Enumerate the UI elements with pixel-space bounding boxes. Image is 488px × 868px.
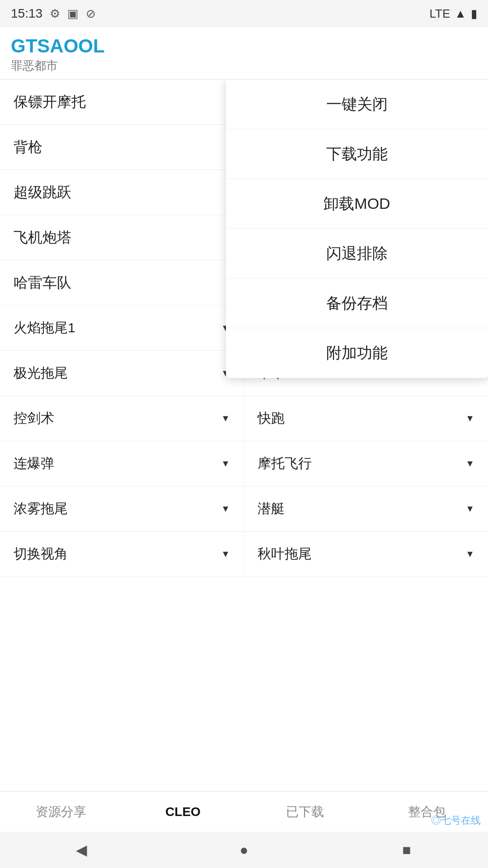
menu-item-one-click-close[interactable]: 一键关闭 — [226, 80, 488, 129]
two-col-item[interactable]: 火焰拖尾1 ▼ — [0, 306, 244, 351]
menu-label-addon-func: 附加功能 — [326, 343, 388, 363]
tab-label-resources: 资源分享 — [36, 803, 86, 821]
item-label-plane-turret: 飞机炮塔 — [14, 228, 71, 248]
arrow-icon: ▼ — [221, 413, 230, 424]
arrow-icon: ▼ — [465, 413, 474, 424]
item-label-sword-control: 控剑术 — [14, 409, 54, 428]
menu-label-download-func: 下载功能 — [326, 144, 388, 165]
status-time: 15:13 — [11, 6, 42, 21]
settings-icon: ⚙ — [50, 7, 60, 21]
block-icon: ⊘ — [86, 7, 96, 21]
two-col-item[interactable]: 快跑 ▼ — [244, 396, 488, 441]
menu-label-one-click-close: 一键关闭 — [326, 94, 388, 115]
item-label-flame-trail1: 火焰拖尾1 — [14, 319, 75, 337]
dropdown-menu: 一键关闭 下载功能 卸载MOD 闪退排除 备份存档 附加功能 — [226, 80, 488, 378]
item-label-chain-bomb: 连爆弹 — [14, 454, 54, 473]
battery-icon: ▮ — [471, 7, 477, 21]
item-label-harley-fleet: 哈雷车队 — [14, 273, 71, 293]
app-subtitle: 罪恶都市 — [11, 58, 477, 74]
two-col-item[interactable]: 潜艇 ▼ — [244, 486, 488, 532]
status-left: 15:13 ⚙ ▣ ⊘ — [11, 6, 96, 21]
two-col-item[interactable]: 摩托飞行 ▼ — [244, 441, 488, 486]
tab-bar: 资源分享 CLEO 已下载 整合包 — [0, 791, 488, 832]
lte-label: LTE — [430, 7, 450, 21]
two-col-item[interactable]: 极光拖尾 ▼ — [0, 351, 244, 396]
item-label-fog-trail: 浓雾拖尾 — [14, 500, 68, 518]
home-button[interactable]: ● — [226, 836, 262, 863]
sim-icon: ▣ — [67, 7, 79, 21]
menu-item-download-func[interactable]: 下载功能 — [226, 129, 488, 179]
status-bar: 15:13 ⚙ ▣ ⊘ LTE ▲ ▮ — [0, 0, 488, 27]
menu-label-backup-save: 备份存档 — [326, 293, 388, 314]
tab-resources[interactable]: 资源分享 — [0, 792, 122, 832]
item-label-aurora-trail: 极光拖尾 — [14, 364, 68, 382]
menu-label-crash-fix: 闪退排除 — [326, 243, 388, 264]
tab-cleo[interactable]: CLEO — [122, 792, 244, 832]
item-label-super-jump: 超级跳跃 — [14, 183, 71, 203]
item-label-back-gun: 背枪 — [14, 137, 42, 157]
two-col-item[interactable]: 连爆弹 ▼ — [0, 441, 244, 486]
tab-label-downloaded: 已下载 — [286, 803, 324, 821]
menu-item-crash-fix[interactable]: 闪退排除 — [226, 229, 488, 278]
two-col-item[interactable]: 浓雾拖尾 ▼ — [0, 486, 244, 532]
arrow-icon: ▼ — [465, 504, 474, 514]
item-label-switch-view: 切换视角 — [14, 545, 68, 563]
tab-label-cleo: CLEO — [165, 805, 201, 819]
arrow-icon: ▼ — [221, 504, 230, 514]
arrow-icon: ▼ — [465, 549, 474, 559]
item-label-sprint: 快跑 — [258, 409, 285, 428]
item-label-leaf-trail: 秋叶拖尾 — [258, 545, 312, 563]
nav-bar: ◀ ● ■ — [0, 832, 488, 868]
menu-label-unload-mod: 卸载MOD — [324, 193, 390, 214]
watermark: ◎七号在线 — [431, 814, 481, 827]
recent-button[interactable]: ■ — [389, 836, 425, 863]
menu-item-backup-save[interactable]: 备份存档 — [226, 278, 488, 328]
status-right: LTE ▲ ▮ — [430, 7, 478, 21]
app-header: GTSAOOL 罪恶都市 — [0, 27, 488, 80]
item-label-moto-fly: 摩托飞行 — [258, 454, 312, 473]
two-col-item[interactable]: 切换视角 ▼ — [0, 532, 244, 577]
menu-item-unload-mod[interactable]: 卸载MOD — [226, 179, 488, 229]
arrow-icon: ▼ — [221, 549, 230, 559]
menu-item-addon-func[interactable]: 附加功能 — [226, 328, 488, 378]
signal-icon: ▲ — [455, 7, 466, 21]
back-button[interactable]: ◀ — [63, 836, 99, 863]
item-label-submarine: 潜艇 — [258, 500, 285, 518]
app-title: GTSAOOL — [11, 35, 477, 57]
tab-downloaded[interactable]: 已下载 — [244, 792, 366, 832]
two-col-item[interactable]: 控剑术 ▼ — [0, 396, 244, 441]
two-col-item[interactable]: 秋叶拖尾 ▼ — [244, 532, 488, 577]
arrow-icon: ▼ — [465, 458, 474, 469]
main-content: 保镖开摩托 ▼ 背枪 ▼ 超级跳跃 ▼ 飞机炮塔 ▼ 哈雷车队 ▼ 火焰拖尾1 … — [0, 80, 488, 803]
arrow-icon: ▼ — [221, 458, 230, 469]
item-label-bodyguard-moto: 保镖开摩托 — [14, 92, 86, 112]
